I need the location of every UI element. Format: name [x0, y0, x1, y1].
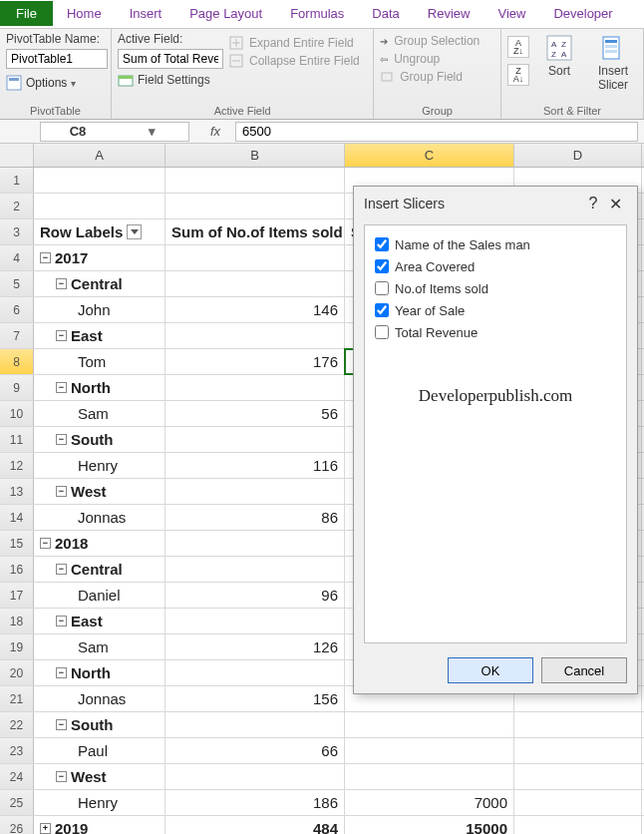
help-button[interactable]: ? — [583, 195, 603, 212]
slicer-option[interactable]: No.of Items sold — [375, 277, 616, 299]
pivot-value-cell[interactable]: 7000 — [345, 790, 514, 815]
pivot-value-cell[interactable] — [165, 245, 345, 270]
pivot-label-cell[interactable]: −West — [34, 479, 165, 504]
row-header[interactable]: 12 — [0, 453, 34, 478]
pivot-value-cell[interactable] — [165, 712, 345, 737]
row-header[interactable]: 25 — [0, 790, 34, 815]
row-header[interactable]: 1 — [0, 168, 34, 193]
pivot-col-b-header[interactable]: Sum of No.of Items sold — [165, 219, 345, 244]
slicer-option[interactable]: Area Covered — [375, 255, 616, 277]
col-header-D[interactable]: D — [514, 144, 642, 167]
tab-developer[interactable]: Developer — [539, 2, 626, 25]
collapse-icon[interactable]: − — [56, 434, 67, 445]
cell[interactable] — [514, 712, 642, 737]
checkbox[interactable] — [375, 303, 389, 317]
checkbox[interactable] — [375, 281, 389, 295]
tab-data[interactable]: Data — [358, 2, 413, 25]
pivot-label-cell[interactable]: Sam — [34, 634, 165, 659]
checkbox[interactable] — [375, 237, 389, 251]
pivot-label-cell[interactable]: John — [34, 297, 165, 322]
pivot-label-cell[interactable]: Sam — [34, 401, 165, 426]
pivot-value-cell[interactable]: 484 — [165, 816, 345, 834]
pivot-label-cell[interactable]: −North — [34, 660, 165, 685]
row-header[interactable]: 19 — [0, 634, 34, 659]
collapse-icon[interactable]: − — [56, 486, 67, 497]
cell[interactable] — [514, 816, 642, 834]
row-header[interactable]: 5 — [0, 271, 34, 296]
pivot-label-cell[interactable]: −East — [34, 609, 165, 633]
cell[interactable] — [514, 764, 642, 789]
expand-icon[interactable]: + — [40, 823, 51, 834]
tab-file[interactable]: File — [0, 1, 53, 26]
chevron-down-icon[interactable]: ▾ — [115, 124, 188, 139]
pivot-label-cell[interactable]: Jonnas — [34, 505, 165, 530]
sort-button[interactable]: AZZA Sort — [535, 32, 583, 78]
tab-review[interactable]: Review — [414, 2, 484, 25]
pivot-row-labels-header[interactable]: Row Labels — [34, 219, 165, 244]
filter-dropdown-icon[interactable] — [127, 224, 142, 239]
cell[interactable] — [34, 168, 165, 193]
collapse-icon[interactable]: − — [40, 252, 51, 263]
pivot-value-cell[interactable] — [165, 323, 345, 348]
close-button[interactable]: ✕ — [603, 195, 627, 213]
row-header[interactable]: 24 — [0, 764, 34, 789]
pivottable-name-input[interactable] — [6, 49, 108, 69]
pivot-label-cell[interactable]: Henry — [34, 453, 165, 478]
tab-insert[interactable]: Insert — [116, 2, 176, 25]
pivot-value-cell[interactable]: 116 — [165, 453, 345, 478]
row-header[interactable]: 20 — [0, 660, 34, 685]
pivot-value-cell[interactable]: 15000 — [345, 816, 514, 834]
collapse-icon[interactable]: − — [56, 616, 67, 626]
checkbox[interactable] — [375, 259, 389, 273]
pivot-label-cell[interactable]: −South — [34, 712, 165, 737]
formula-input[interactable] — [235, 122, 638, 142]
pivot-label-cell[interactable]: −North — [34, 375, 165, 400]
pivot-value-cell[interactable] — [345, 738, 514, 763]
sort-desc-button[interactable]: ZA↓ — [507, 64, 529, 86]
collapse-icon[interactable]: − — [56, 278, 67, 289]
tab-view[interactable]: View — [483, 2, 539, 25]
pivot-label-cell[interactable]: −2018 — [34, 531, 165, 556]
cell[interactable] — [165, 194, 345, 218]
pivot-label-cell[interactable]: Jonnas — [34, 686, 165, 711]
active-field-input[interactable] — [118, 49, 223, 69]
row-header[interactable]: 23 — [0, 738, 34, 763]
pivot-value-cell[interactable]: 126 — [165, 634, 345, 659]
pivot-value-cell[interactable] — [345, 764, 514, 789]
row-header[interactable]: 22 — [0, 712, 34, 737]
pivot-value-cell[interactable]: 186 — [165, 790, 345, 815]
collapse-icon[interactable]: − — [56, 771, 67, 782]
pivot-label-cell[interactable]: −Central — [34, 557, 165, 582]
pivot-label-cell[interactable]: −Central — [34, 271, 165, 296]
row-header[interactable]: 15 — [0, 531, 34, 556]
pivot-value-cell[interactable]: 176 — [165, 349, 345, 374]
pivot-value-cell[interactable] — [165, 557, 345, 582]
sort-asc-button[interactable]: AZ↓ — [507, 36, 529, 58]
col-header-A[interactable]: A — [34, 144, 165, 167]
cell[interactable] — [34, 194, 165, 218]
row-header[interactable]: 13 — [0, 479, 34, 504]
pivot-value-cell[interactable]: 56 — [165, 401, 345, 426]
row-header[interactable]: 26 — [0, 816, 34, 834]
pivot-value-cell[interactable]: 156 — [165, 686, 345, 711]
pivot-value-cell[interactable]: 146 — [165, 297, 345, 322]
options-button[interactable]: Options ▾ — [6, 72, 108, 94]
tab-home[interactable]: Home — [53, 2, 116, 25]
pivot-label-cell[interactable]: Tom — [34, 349, 165, 374]
pivot-value-cell[interactable]: 86 — [165, 505, 345, 530]
row-header[interactable]: 21 — [0, 686, 34, 711]
row-header[interactable]: 8 — [0, 349, 34, 374]
insert-slicer-button[interactable]: Insert Slicer — [589, 32, 637, 92]
pivot-value-cell[interactable] — [165, 479, 345, 504]
collapse-icon[interactable]: − — [56, 667, 67, 678]
slicer-option[interactable]: Total Revenue — [375, 321, 616, 343]
pivot-value-cell[interactable] — [165, 609, 345, 633]
collapse-icon[interactable]: − — [56, 719, 67, 730]
row-header[interactable]: 16 — [0, 557, 34, 582]
pivot-label-cell[interactable]: Paul — [34, 738, 165, 763]
row-header[interactable]: 18 — [0, 609, 34, 633]
select-all-corner[interactable] — [0, 144, 34, 167]
pivot-value-cell[interactable] — [165, 531, 345, 556]
collapse-icon[interactable]: − — [56, 564, 67, 575]
pivot-value-cell[interactable] — [345, 712, 514, 737]
